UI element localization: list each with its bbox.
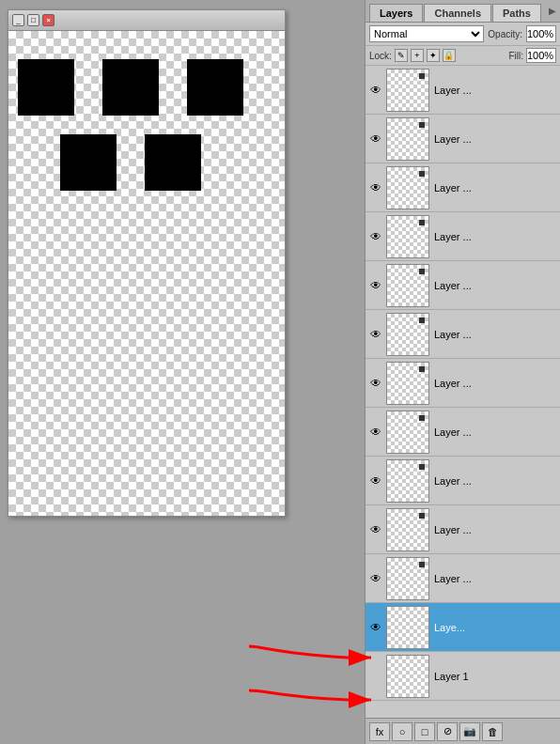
minimize-button[interactable]: _ bbox=[12, 14, 24, 26]
lock-all-button[interactable]: 🔒 bbox=[443, 49, 456, 62]
layer-visibility-11[interactable]: 👁 bbox=[367, 570, 384, 587]
canvas-element bbox=[18, 59, 74, 116]
layer-thumb-3 bbox=[386, 166, 429, 209]
layer-item-6[interactable]: 👁Layer ... bbox=[366, 310, 560, 359]
layer-name-12: Laye... bbox=[431, 622, 558, 633]
canvas-element bbox=[145, 134, 201, 191]
arrow-1 bbox=[249, 646, 371, 658]
layer-visibility-12[interactable]: 👁 bbox=[367, 619, 384, 636]
layer-item-12[interactable]: 👁Laye... bbox=[366, 603, 560, 652]
layer-thumb-6 bbox=[386, 313, 429, 356]
tab-paths[interactable]: Paths bbox=[492, 4, 541, 22]
layer-item-9[interactable]: 👁Layer ... bbox=[366, 457, 560, 505]
layer-visibility-5[interactable]: 👁 bbox=[367, 277, 384, 294]
layer-name-2: Layer ... bbox=[431, 133, 558, 145]
layer-name-5: Layer ... bbox=[431, 280, 558, 291]
layer-thumb-2 bbox=[386, 117, 429, 161]
maximize-button[interactable]: □ bbox=[27, 14, 39, 26]
layer-thumb-4 bbox=[386, 215, 429, 258]
layer-thumb-5 bbox=[386, 264, 429, 307]
layer-name-7: Layer ... bbox=[431, 378, 558, 389]
new-layer-button[interactable]: 📷 bbox=[459, 722, 480, 741]
layer-name-1: Layer ... bbox=[431, 85, 558, 96]
new-group-button[interactable]: □ bbox=[414, 722, 435, 741]
layer-item-3[interactable]: 👁Layer ... bbox=[366, 163, 560, 212]
panel-tabs: Layers Channels Paths ▶ bbox=[366, 0, 560, 23]
layer-visibility-3[interactable]: 👁 bbox=[367, 179, 384, 196]
layer-visibility-1[interactable]: 👁 bbox=[367, 82, 384, 99]
lock-row: Lock: ✎ + ✦ 🔒 Fill: bbox=[366, 46, 560, 66]
layer-visibility-8[interactable]: 👁 bbox=[367, 424, 384, 441]
blend-mode-row: Normal Opacity: bbox=[366, 23, 560, 46]
add-style-button[interactable]: fx bbox=[369, 722, 390, 741]
lock-label: Lock: bbox=[369, 51, 392, 61]
layer-item-2[interactable]: 👁Layer ... bbox=[366, 115, 560, 163]
blend-mode-select[interactable]: Normal bbox=[369, 25, 484, 42]
layer-name-6: Layer ... bbox=[431, 329, 558, 340]
layer-visibility-9[interactable]: 👁 bbox=[367, 473, 384, 489]
layer-item-10[interactable]: 👁Layer ... bbox=[366, 505, 560, 554]
canvas-element bbox=[187, 59, 243, 116]
layer-visibility-13[interactable] bbox=[367, 668, 384, 685]
tab-channels[interactable]: Channels bbox=[424, 4, 491, 22]
opacity-input[interactable] bbox=[526, 25, 556, 42]
layer-list[interactable]: 👁Layer ...👁Layer ...👁Layer ...👁Layer ...… bbox=[366, 66, 560, 712]
fill-input[interactable] bbox=[526, 48, 556, 63]
layer-item-8[interactable]: 👁Layer ... bbox=[366, 408, 560, 457]
layer-item-1[interactable]: 👁Layer ... bbox=[366, 66, 560, 115]
layer-thumb-9 bbox=[386, 459, 429, 503]
panel-expand-icon[interactable]: ▶ bbox=[545, 3, 560, 19]
layer-thumb-10 bbox=[386, 508, 429, 551]
layer-item-13[interactable]: Layer 1 bbox=[366, 652, 560, 701]
layer-item-7[interactable]: 👁Layer ... bbox=[366, 359, 560, 408]
layer-visibility-6[interactable]: 👁 bbox=[367, 326, 384, 343]
layer-name-3: Layer ... bbox=[431, 182, 558, 194]
layer-name-8: Layer ... bbox=[431, 426, 558, 438]
canvas-titlebar: _ □ × bbox=[8, 10, 285, 31]
new-adjustment-button[interactable]: ⊘ bbox=[437, 722, 458, 741]
layer-thumb-12 bbox=[386, 606, 429, 649]
layer-visibility-10[interactable]: 👁 bbox=[367, 521, 384, 538]
layer-thumb-7 bbox=[386, 362, 429, 405]
close-button[interactable]: × bbox=[42, 14, 54, 26]
canvas-element bbox=[60, 134, 117, 191]
panel-toolbar: fx ○ □ ⊘ 📷 🗑 bbox=[366, 718, 560, 744]
layer-item-11[interactable]: 👁Layer ... bbox=[366, 554, 560, 603]
layer-item-5[interactable]: 👁Layer ... bbox=[366, 261, 560, 310]
layer-thumb-11 bbox=[386, 557, 429, 600]
lock-transparent-button[interactable]: ✦ bbox=[427, 49, 440, 62]
lock-pixels-button[interactable]: ✎ bbox=[395, 49, 408, 62]
arrow-2 bbox=[249, 690, 371, 700]
canvas-element bbox=[102, 59, 159, 116]
add-mask-button[interactable]: ○ bbox=[392, 722, 412, 741]
layer-name-13: Layer 1 bbox=[431, 671, 558, 682]
layer-name-10: Layer ... bbox=[431, 524, 558, 535]
layer-thumb-8 bbox=[386, 411, 429, 454]
layer-visibility-7[interactable]: 👁 bbox=[367, 375, 384, 392]
layers-panel: Layers Channels Paths ▶ Normal Opacity: … bbox=[365, 0, 560, 744]
layer-visibility-4[interactable]: 👁 bbox=[367, 228, 384, 245]
lock-position-button[interactable]: + bbox=[411, 49, 424, 62]
tab-layers[interactable]: Layers bbox=[369, 4, 423, 22]
fill-label: Fill: bbox=[508, 51, 523, 61]
layer-visibility-2[interactable]: 👁 bbox=[367, 131, 384, 147]
opacity-label: Opacity: bbox=[488, 29, 522, 39]
canvas-window: _ □ × bbox=[8, 9, 286, 517]
canvas-content bbox=[8, 31, 285, 516]
layer-item-4[interactable]: 👁Layer ... bbox=[366, 212, 560, 261]
delete-layer-button[interactable]: 🗑 bbox=[482, 722, 503, 741]
layer-name-4: Layer ... bbox=[431, 231, 558, 242]
layer-thumb-13 bbox=[386, 655, 429, 698]
layer-name-9: Layer ... bbox=[431, 475, 558, 487]
layer-thumb-1 bbox=[386, 69, 429, 112]
layer-name-11: Layer ... bbox=[431, 573, 558, 584]
